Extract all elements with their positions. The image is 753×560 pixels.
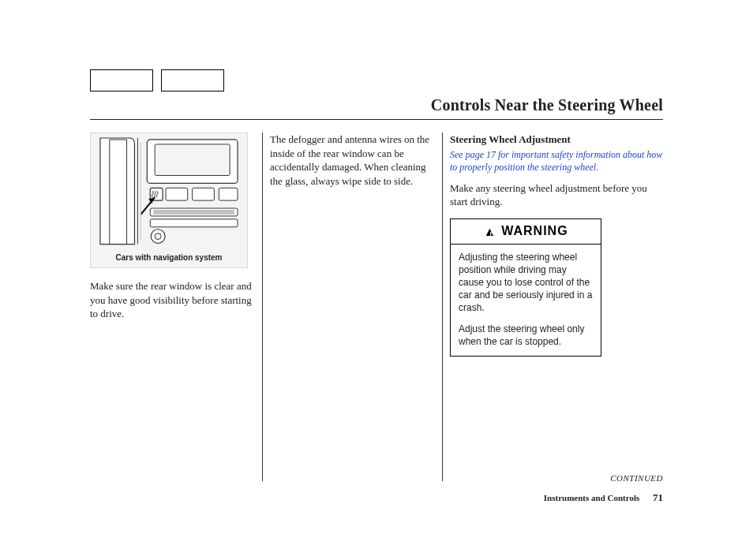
col2-paragraph-1: The defogger and antenna wires on the in… <box>270 133 436 188</box>
warning-icon: ▲! <box>483 223 500 241</box>
top-tabs <box>90 69 224 91</box>
footer: Instruments and Controls 71 <box>544 491 663 505</box>
svg-rect-2 <box>155 144 230 176</box>
svg-point-14 <box>155 233 161 240</box>
column-1: Cars with navigation system Make sure th… <box>90 133 256 450</box>
title-row: Controls Near the Steering Wheel <box>90 95 663 120</box>
col1-paragraph-1: Make sure the rear window is clear and y… <box>90 279 256 321</box>
dashboard-figure: Cars with navigation system <box>90 133 248 268</box>
page-number: 71 <box>653 491 663 503</box>
tab-1[interactable] <box>90 69 153 91</box>
warning-paragraph-1: Adjusting the steering wheel position wh… <box>459 251 593 315</box>
svg-rect-3 <box>166 188 188 200</box>
warning-paragraph-2: Adjust the steering wheel only when the … <box>459 323 593 348</box>
svg-rect-5 <box>219 188 238 200</box>
svg-rect-4 <box>193 188 215 200</box>
column-3: Steering Wheel Adjustment See page 17 fo… <box>450 133 663 450</box>
warning-label: WARNING <box>501 224 568 237</box>
column-divider-2 <box>442 133 443 481</box>
dashboard-illustration <box>94 136 244 246</box>
col3-paragraph-1: Make any steering wheel adjustment befor… <box>450 181 663 209</box>
svg-rect-12 <box>150 219 238 227</box>
figure-caption: Cars with navigation system <box>91 252 247 263</box>
page-title: Controls Near the Steering Wheel <box>90 95 663 116</box>
warning-body: Adjusting the steering wheel position wh… <box>451 245 601 356</box>
warning-header: ▲!WARNING <box>451 219 601 245</box>
tab-2[interactable] <box>161 69 224 91</box>
footer-section-name: Instruments and Controls <box>544 493 639 502</box>
column-2: The defogger and antenna wires on the in… <box>270 133 436 450</box>
steering-adjustment-heading: Steering Wheel Adjustment <box>450 133 663 147</box>
column-divider-1 <box>262 133 263 481</box>
warning-box: ▲!WARNING Adjusting the steering wheel p… <box>450 218 601 357</box>
safety-cross-ref: See page 17 for important safety informa… <box>450 148 663 174</box>
page-ref-link[interactable]: 17 <box>486 149 496 160</box>
continued-marker: CONTINUED <box>610 472 663 484</box>
safety-pre: See page <box>450 149 486 160</box>
